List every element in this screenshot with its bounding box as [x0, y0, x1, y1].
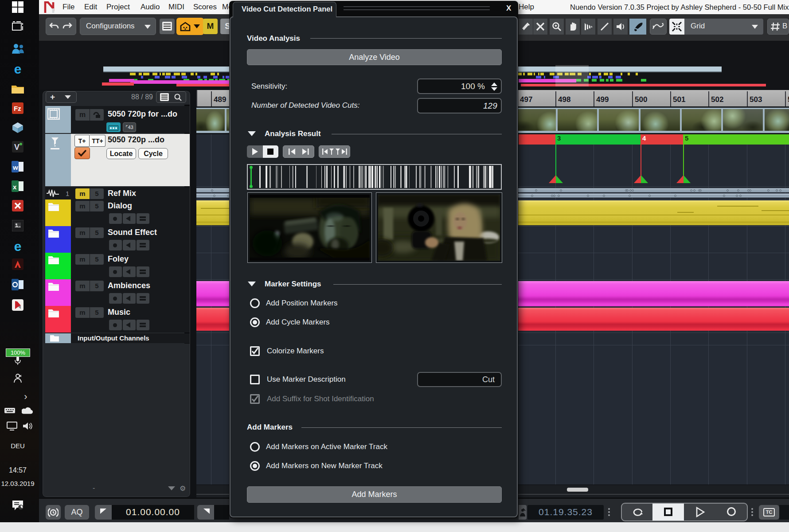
svg-text:w: w — [12, 164, 18, 171]
svg-text:x: x — [13, 183, 17, 191]
svg-text:V: V — [14, 143, 20, 152]
svg-text:Fz: Fz — [14, 105, 21, 112]
